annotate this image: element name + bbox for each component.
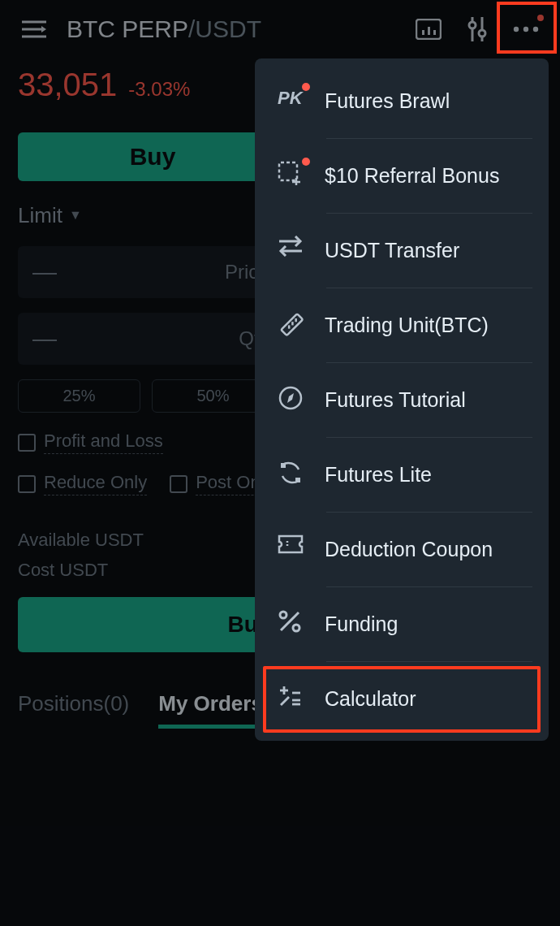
transfer-icon xyxy=(278,236,307,265)
minus-icon[interactable]: — xyxy=(32,258,57,286)
svg-point-13 xyxy=(533,27,538,32)
menu-usdt-transfer[interactable]: USDT Transfer xyxy=(255,213,549,288)
menu-label: Funding xyxy=(325,612,398,636)
svg-rect-16 xyxy=(279,162,297,180)
menu-deduction-coupon[interactable]: Deduction Coupon xyxy=(255,512,549,586)
svg-rect-6 xyxy=(433,30,436,35)
pnl-label: Profit and Loss xyxy=(44,431,163,454)
menu-futures-lite[interactable]: Futures Lite xyxy=(255,437,549,512)
last-price: 33,051 xyxy=(18,67,117,103)
menu-label: Futures Lite xyxy=(325,463,432,487)
svg-rect-28 xyxy=(295,478,300,482)
menu-label: Futures Tutorial xyxy=(325,388,466,412)
pair-base: BTC PERP xyxy=(67,15,188,42)
svg-line-32 xyxy=(281,612,299,630)
menu-futures-brawl[interactable]: PK Futures Brawl xyxy=(255,63,549,138)
pct-25[interactable]: 25% xyxy=(18,379,140,413)
menu-trading-unit[interactable]: Trading Unit(BTC) xyxy=(255,288,549,362)
settings-sliders-icon[interactable] xyxy=(461,13,493,45)
svg-rect-4 xyxy=(422,30,424,35)
menu-funding[interactable]: Funding xyxy=(255,586,549,661)
compass-icon xyxy=(278,385,307,414)
order-type-dropdown[interactable]: Limit ▼ xyxy=(18,203,82,228)
svg-rect-27 xyxy=(281,463,286,468)
more-menu: PK Futures Brawl $10 Referral Bonus USDT… xyxy=(255,58,549,741)
menu-label: USDT Transfer xyxy=(325,239,459,262)
referral-icon xyxy=(278,161,307,190)
menu-referral-bonus[interactable]: $10 Referral Bonus xyxy=(255,138,549,213)
svg-point-12 xyxy=(523,27,528,32)
menu-label: Calculator xyxy=(325,687,416,711)
pair-quote: /USDT xyxy=(188,15,261,42)
reduce-only-checkbox[interactable]: Reduce Only xyxy=(18,472,147,495)
svg-line-35 xyxy=(281,697,289,705)
menu-label: Futures Brawl xyxy=(325,89,450,113)
svg-marker-26 xyxy=(287,393,294,403)
svg-point-11 xyxy=(514,27,519,32)
price-change: -3.03% xyxy=(128,78,190,101)
calculator-icon xyxy=(278,684,307,713)
order-type-label: Limit xyxy=(18,203,62,228)
svg-point-30 xyxy=(280,612,286,618)
svg-point-8 xyxy=(469,22,476,28)
percent-icon xyxy=(278,609,307,638)
chart-mini-icon[interactable] xyxy=(412,13,445,45)
more-menu-icon[interactable] xyxy=(510,13,542,45)
svg-line-24 xyxy=(295,318,298,322)
coupon-icon xyxy=(278,534,307,564)
trading-pair[interactable]: BTC PERP/USDT xyxy=(67,15,396,43)
svg-point-10 xyxy=(479,30,485,37)
chevron-down-icon: ▼ xyxy=(69,208,82,223)
svg-point-31 xyxy=(293,625,299,631)
pnl-checkbox[interactable]: Profit and Loss xyxy=(18,431,163,454)
reduce-only-label: Reduce Only xyxy=(44,472,147,495)
svg-text:PK: PK xyxy=(278,88,304,108)
svg-line-22 xyxy=(287,325,291,328)
minus-icon[interactable]: — xyxy=(32,325,57,353)
menu-toggle-icon[interactable] xyxy=(18,13,50,45)
menu-label: $10 Referral Bonus xyxy=(325,164,499,188)
lite-icon xyxy=(278,460,307,489)
pk-icon: PK xyxy=(278,86,307,115)
buy-tab[interactable]: Buy xyxy=(18,132,287,181)
menu-label: Deduction Coupon xyxy=(325,538,493,561)
menu-calculator[interactable]: Calculator xyxy=(255,661,549,736)
svg-line-23 xyxy=(291,322,294,325)
menu-label: Trading Unit(BTC) xyxy=(325,314,489,337)
ruler-icon xyxy=(278,310,307,340)
tab-positions[interactable]: Positions(0) xyxy=(18,691,129,729)
menu-futures-tutorial[interactable]: Futures Tutorial xyxy=(255,362,549,437)
svg-rect-5 xyxy=(428,27,430,35)
